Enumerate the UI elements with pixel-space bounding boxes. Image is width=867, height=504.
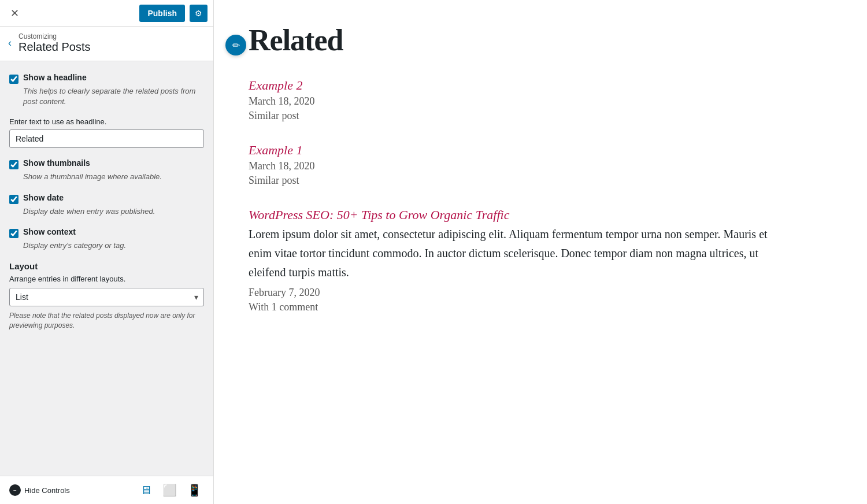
show-headline-checkbox[interactable] xyxy=(9,75,18,84)
show-date-checkbox-row: Show date xyxy=(9,193,204,204)
customizing-label: Customizing xyxy=(18,32,91,40)
preview-section-title: Related xyxy=(249,23,769,57)
hide-controls-icon: − xyxy=(9,484,21,496)
headline-input-label: Enter text to use as headline. xyxy=(9,117,204,126)
post-date: February 7, 2020 xyxy=(249,287,769,299)
show-headline-label[interactable]: Show a headline xyxy=(23,73,87,82)
show-date-row: Show date Display date when entry was pu… xyxy=(9,193,204,217)
hide-controls-button[interactable]: − Hide Controls xyxy=(9,484,70,496)
show-headline-checkbox-row: Show a headline xyxy=(9,73,204,84)
layout-select[interactable]: List Grid Carousel xyxy=(9,288,204,306)
show-thumbnails-checkbox[interactable] xyxy=(9,160,18,169)
show-thumbnails-checkbox-row: Show thumbnails xyxy=(9,158,204,169)
post-title-link[interactable]: Example 1 xyxy=(249,143,769,158)
post-title-link[interactable]: Example 2 xyxy=(249,78,769,93)
top-bar: ✕ Publish ⚙ xyxy=(0,0,213,27)
controls-area: Show a headline This helps to clearly se… xyxy=(0,61,213,476)
show-context-label[interactable]: Show context xyxy=(23,227,76,236)
desktop-device-button[interactable]: 🖥 xyxy=(138,482,154,498)
show-context-row: Show context Display entry's category or… xyxy=(9,227,204,251)
post-date: March 18, 2020 xyxy=(249,160,769,172)
left-panel: ✕ Publish ⚙ ‹ Customizing Related Posts … xyxy=(0,0,214,504)
breadcrumb-content: Customizing Related Posts xyxy=(18,32,91,54)
breadcrumb-bar: ‹ Customizing Related Posts xyxy=(0,27,213,61)
headline-text-input[interactable] xyxy=(9,129,204,148)
show-headline-row: Show a headline This helps to clearly se… xyxy=(9,73,204,107)
layout-row: Layout Arrange entries in different layo… xyxy=(9,261,204,331)
edit-fab-button[interactable]: ✏ xyxy=(225,35,246,55)
show-context-checkbox[interactable] xyxy=(9,229,18,238)
post-date: March 18, 2020 xyxy=(249,95,769,108)
show-thumbnails-label[interactable]: Show thumbnails xyxy=(23,158,90,168)
device-icons: 🖥 ⬜ 📱 xyxy=(138,482,204,498)
post-context: Similar post xyxy=(249,110,769,122)
show-date-description: Display date when entry was published. xyxy=(23,206,204,217)
show-date-checkbox[interactable] xyxy=(9,195,18,204)
show-date-label[interactable]: Show date xyxy=(23,193,64,202)
layout-heading: Layout xyxy=(9,261,204,271)
headline-input-row: Enter text to use as headline. xyxy=(9,117,204,148)
list-item: WordPress SEO: 50+ Tips to Grow Organic … xyxy=(249,207,769,313)
mobile-device-button[interactable]: 📱 xyxy=(185,482,204,498)
gear-button[interactable]: ⚙ xyxy=(190,5,208,22)
hide-controls-label: Hide Controls xyxy=(24,486,70,495)
layout-select-wrapper: List Grid Carousel ▾ xyxy=(9,288,204,306)
show-headline-description: This helps to clearly separate the relat… xyxy=(23,86,204,107)
show-context-checkbox-row: Show context xyxy=(9,227,204,238)
bottom-bar: − Hide Controls 🖥 ⬜ 📱 xyxy=(0,476,213,504)
back-button[interactable]: ‹ xyxy=(8,37,17,49)
list-item: Example 2 March 18, 2020 Similar post xyxy=(249,78,769,122)
preview-content: Related Example 2 March 18, 2020 Similar… xyxy=(249,23,769,313)
right-preview: ✏ Related Example 2 March 18, 2020 Simil… xyxy=(214,0,867,504)
show-thumbnails-row: Show thumbnails Show a thumbnail image w… xyxy=(9,158,204,182)
list-item: Example 1 March 18, 2020 Similar post xyxy=(249,143,769,187)
section-title: Related Posts xyxy=(18,40,91,54)
post-context: With 1 comment xyxy=(249,301,769,313)
close-button[interactable]: ✕ xyxy=(6,5,24,22)
post-title-link[interactable]: WordPress SEO: 50+ Tips to Grow Organic … xyxy=(249,207,769,223)
post-excerpt: Lorem ipsum dolor sit amet, consectetur … xyxy=(249,225,769,282)
post-context: Similar post xyxy=(249,175,769,187)
layout-subtext: Arrange entries in different layouts. xyxy=(9,275,204,283)
layout-note: Please note that the related posts displ… xyxy=(9,311,204,331)
show-context-description: Display entry's category or tag. xyxy=(23,240,204,251)
tablet-device-button[interactable]: ⬜ xyxy=(160,482,179,498)
show-thumbnails-description: Show a thumbnail image where available. xyxy=(23,172,204,182)
publish-button[interactable]: Publish xyxy=(139,5,185,22)
